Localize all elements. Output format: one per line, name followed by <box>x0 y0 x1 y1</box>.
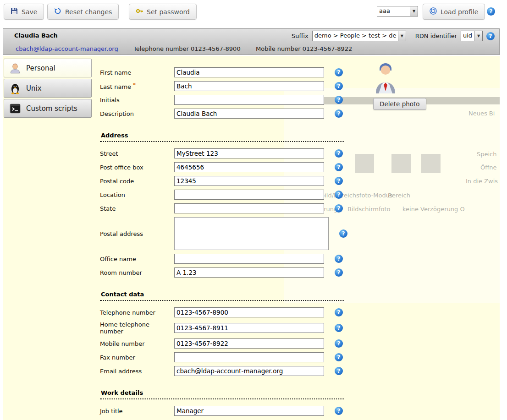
help-icon[interactable]: ? <box>335 255 343 263</box>
form-row: Description? <box>100 109 375 119</box>
profile-select[interactable]: aaa ▼ <box>377 6 418 16</box>
help-icon[interactable]: ? <box>335 268 343 277</box>
help-icon[interactable]: ? <box>335 407 343 415</box>
rdn-select-value: uid <box>461 31 474 41</box>
help-icon[interactable]: ? <box>335 177 343 185</box>
reset-changes-button[interactable]: Reset changes <box>47 4 119 20</box>
email-link[interactable]: cbach@ldap-account-manager.org <box>16 45 118 52</box>
set-password-button[interactable]: Set password <box>129 4 197 20</box>
form-row: Room number? <box>100 267 375 278</box>
description-input[interactable] <box>174 109 324 119</box>
sidebar-item-custom-scripts[interactable]: Custom scripts <box>4 99 92 118</box>
help-icon[interactable]: ? <box>335 82 343 90</box>
form-row: Postal address? <box>100 217 375 250</box>
help-icon[interactable]: ? <box>335 96 343 104</box>
help-icon[interactable]: ? <box>339 229 347 238</box>
ghost-thumbnail <box>421 154 441 173</box>
help-icon[interactable]: ? <box>335 204 343 213</box>
street-label: Street <box>100 150 174 157</box>
home-telephone-number-input[interactable] <box>174 323 324 333</box>
key-icon <box>136 7 143 16</box>
form-row: Telephone number? <box>100 307 375 317</box>
set-password-button-label: Set password <box>147 8 190 16</box>
delete-photo-label: Delete photo <box>380 100 420 108</box>
profile-select-value: aaa <box>377 6 410 16</box>
fax-number-label: Fax number <box>100 354 174 361</box>
street-input[interactable] <box>174 148 324 158</box>
form-row: Office name? <box>100 254 375 264</box>
rdn-select[interactable]: uid ▼ <box>461 31 483 41</box>
form-row: Fax number? <box>100 352 375 362</box>
section-header: Address <box>100 131 344 142</box>
load-profile-button[interactable]: Load profile <box>423 4 485 20</box>
section-header: Contact data <box>100 289 344 301</box>
save-button[interactable]: Save <box>4 4 44 20</box>
help-icon[interactable]: ? <box>335 109 343 118</box>
postal-address-label: Postal address <box>100 230 174 237</box>
post-office-box-label: Post office box <box>100 164 174 171</box>
load-profile-icon <box>430 7 437 16</box>
ghost-text: In die Zwis <box>466 178 498 185</box>
form-row: First name? <box>100 67 375 77</box>
ghost-text: Speich <box>477 151 497 158</box>
help-icon[interactable]: ? <box>486 32 495 40</box>
help-icon[interactable]: ? <box>335 149 343 158</box>
page-title: Claudia Bach <box>14 32 58 39</box>
person-icon <box>9 62 22 75</box>
room-number-input[interactable] <box>174 267 324 278</box>
header-mobile-text: Mobile number 0123-4567-8922 <box>256 45 352 52</box>
main-content: Neues Bi Speich Öffne In die Zwis bild/B… <box>3 56 500 420</box>
job-title-input[interactable] <box>174 406 324 416</box>
save-button-label: Save <box>22 8 37 16</box>
telephone-number-input[interactable] <box>174 307 324 317</box>
form-row: Last name *? <box>100 81 375 91</box>
last-name-label: Last name * <box>100 82 174 90</box>
sidebar-item-unix[interactable]: Unix <box>4 79 92 98</box>
help-icon[interactable]: ? <box>335 68 343 76</box>
help-icon[interactable]: ? <box>335 191 343 199</box>
dropdown-arrow-icon: ▼ <box>474 31 482 41</box>
office-name-input[interactable] <box>174 254 324 264</box>
rdn-identifier-label: RDN identifier <box>415 33 457 39</box>
load-profile-button-label: Load profile <box>441 8 478 16</box>
form-row: State? <box>100 203 375 213</box>
tab-list: PersonalUnixCustom scripts <box>4 59 92 119</box>
fax-number-input[interactable] <box>174 352 324 362</box>
form-row: Street? <box>100 148 375 158</box>
state-label: State <box>100 205 174 212</box>
ghost-thumbnail <box>391 154 411 173</box>
location-input[interactable] <box>174 190 324 200</box>
help-icon[interactable]: ? <box>335 324 343 332</box>
required-marker: * <box>131 82 136 88</box>
dropdown-arrow-icon: ▼ <box>398 31 406 41</box>
suffix-select-value: demo > People > test > de <box>313 31 398 41</box>
form-row: Location? <box>100 190 375 200</box>
first-name-input[interactable] <box>174 67 324 77</box>
help-icon[interactable]: ? <box>335 353 343 361</box>
help-icon[interactable]: ? <box>335 163 343 171</box>
help-icon[interactable]: ? <box>335 367 343 375</box>
help-icon[interactable]: ? <box>335 308 343 316</box>
help-icon[interactable]: ? <box>487 7 495 16</box>
postal-code-input[interactable] <box>174 176 324 186</box>
mobile-number-input[interactable] <box>174 338 324 349</box>
location-label: Location <box>100 191 174 198</box>
sidebar-item-personal[interactable]: Personal <box>4 59 92 77</box>
toolbar: Save Reset changes Set password aaa ▼ Lo… <box>0 0 507 28</box>
form-row: Mobile number? <box>100 338 375 349</box>
sidebar-item-label: Unix <box>26 84 42 93</box>
suffix-select[interactable]: demo > People > test > de ▼ <box>312 31 406 41</box>
help-icon[interactable]: ? <box>335 339 343 348</box>
user-photo <box>374 61 397 95</box>
ghost-text: Bereich <box>388 192 410 199</box>
postal-address-input[interactable] <box>174 217 329 250</box>
post-office-box-input[interactable] <box>174 162 324 172</box>
last-name-input[interactable] <box>174 81 324 91</box>
office-name-label: Office name <box>100 256 174 262</box>
email-address-label: Email address <box>100 368 174 375</box>
form-row: Home telephone number? <box>100 321 375 335</box>
delete-photo-button[interactable]: Delete photo <box>373 98 426 110</box>
initials-input[interactable] <box>174 95 324 105</box>
state-input[interactable] <box>174 203 324 213</box>
email-address-input[interactable] <box>174 366 324 376</box>
